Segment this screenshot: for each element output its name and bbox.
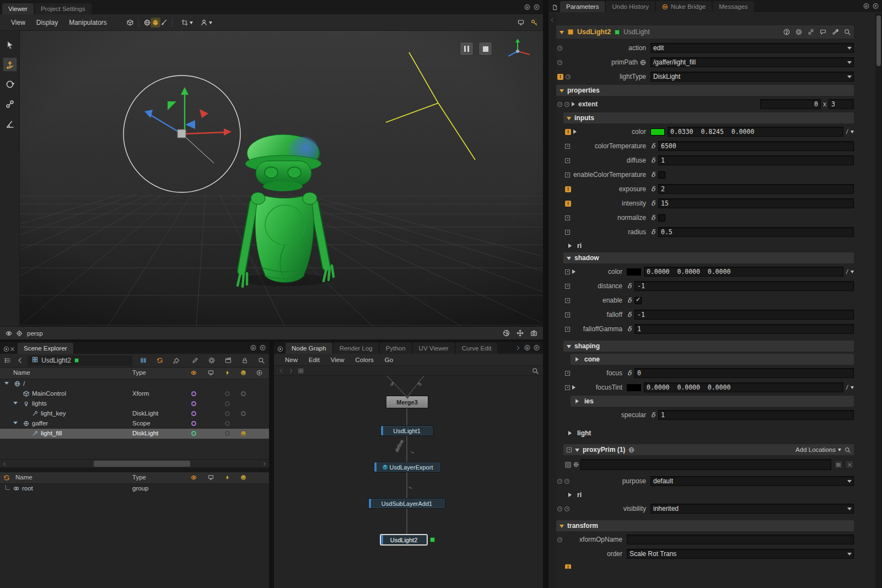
columns-icon[interactable]	[140, 357, 147, 364]
fold-light[interactable]: light	[563, 428, 854, 439]
dropdown-caret-icon[interactable]	[851, 131, 854, 135]
search-icon[interactable]	[532, 368, 539, 374]
scene-row-gaffer[interactable]: gafferScope	[0, 419, 269, 429]
dropdown-caret-icon[interactable]	[851, 271, 854, 275]
tab-messages[interactable]: Messages	[713, 1, 754, 12]
color-values-field[interactable]: 0.0330 0.8245 0.0000	[668, 127, 843, 137]
stop-button[interactable]	[478, 42, 492, 56]
crop-dropdown[interactable]	[181, 19, 193, 26]
viewer-menu-icon[interactable]	[524, 4, 530, 10]
menu-view[interactable]: View	[6, 19, 31, 26]
tree-expander-icon[interactable]	[13, 402, 18, 407]
menu-edit[interactable]: Edit	[303, 357, 325, 363]
parameters-close-icon[interactable]	[873, 3, 879, 9]
scroll-right-icon[interactable]	[261, 461, 268, 467]
key-icon[interactable]	[531, 19, 537, 26]
color-slider-icon[interactable]: /	[846, 268, 848, 276]
expression-toggle-icon[interactable]: δ	[650, 185, 655, 193]
node-graph-menu-icon[interactable]	[524, 345, 530, 351]
node-header[interactable]: UsdLight2 UsdLight	[556, 25, 854, 39]
section-proxyprim-1[interactable]: proxyPrim (1)Add Locations	[563, 444, 854, 455]
param-select[interactable]: default	[650, 476, 854, 486]
expression-toggle-icon[interactable]: δ	[650, 171, 655, 179]
help-icon[interactable]	[783, 29, 790, 35]
param-field[interactable]: -1	[634, 281, 854, 291]
gear-icon[interactable]	[795, 29, 802, 35]
param-field[interactable]: 15	[658, 198, 854, 208]
scene-explorer-close-icon[interactable]	[260, 345, 266, 351]
expression-toggle-icon[interactable]: δ	[650, 199, 655, 207]
panel-splitter[interactable]	[0, 468, 269, 472]
fold-ri[interactable]: ri	[563, 489, 854, 500]
column-type[interactable]: Type	[132, 369, 146, 376]
proxy-prim-input[interactable]	[580, 459, 831, 470]
viewer-close-icon[interactable]	[534, 4, 540, 10]
lock-icon[interactable]	[241, 357, 248, 364]
param-field[interactable]: 2	[658, 184, 854, 194]
expanded-arrow-icon[interactable]	[560, 89, 564, 95]
param-field[interactable]: 0.5	[658, 227, 854, 237]
param-field[interactable]: 1	[658, 410, 854, 420]
clapper-icon[interactable]	[225, 357, 232, 364]
monitor-icon[interactable]	[208, 474, 214, 481]
param-field[interactable]: -1	[634, 310, 854, 320]
aperture-icon[interactable]	[503, 330, 510, 337]
menu-display[interactable]: Display	[31, 19, 63, 26]
camera-icon[interactable]	[530, 330, 537, 337]
menu-go[interactable]: Go	[379, 357, 399, 363]
tab-viewer[interactable]: Viewer	[2, 3, 34, 14]
tab-uv-viewer[interactable]: UV Viewer	[413, 343, 455, 354]
circle-dot-icon[interactable]	[277, 346, 283, 352]
right-icon[interactable]	[288, 368, 294, 374]
scene-row-item[interactable]: /	[0, 379, 269, 389]
menu-colors[interactable]: Colors	[350, 357, 379, 363]
cursor-tool-button[interactable]	[3, 37, 17, 52]
dropdown-caret-icon[interactable]	[851, 386, 854, 391]
sync-icon[interactable]	[157, 357, 163, 364]
param-checkbox[interactable]	[658, 171, 665, 179]
tab-curve-edit[interactable]: Curve Edit	[456, 343, 498, 354]
section-shaping[interactable]: shaping	[563, 341, 854, 352]
face-icon[interactable]	[240, 474, 246, 481]
close-icon[interactable]	[9, 346, 15, 352]
collapsed-arrow-icon[interactable]	[576, 399, 581, 403]
visibility-ring-icon[interactable]	[191, 411, 196, 416]
expression-toggle-icon[interactable]: δ	[627, 282, 632, 290]
angle-tool-button[interactable]	[3, 117, 17, 131]
tab-nuke-bridge[interactable]: Nuke Bridge	[656, 1, 712, 12]
brush-icon[interactable]	[160, 19, 167, 26]
translate-tool-button[interactable]	[3, 57, 17, 72]
menu-manipulators[interactable]: Manipulators	[63, 19, 112, 26]
cube-icon[interactable]	[127, 19, 133, 26]
fold-ri[interactable]: ri	[563, 240, 854, 251]
gear-icon[interactable]	[208, 357, 215, 364]
section-ies[interactable]: ies	[571, 396, 854, 407]
pause-button[interactable]	[460, 42, 474, 56]
add-locations-button[interactable]: Add Locations	[795, 446, 841, 453]
node-usdlight1[interactable]: UsdLight1	[380, 425, 433, 436]
expression-toggle-icon[interactable]: δ	[650, 411, 655, 419]
expression-toggle-icon[interactable]: δ	[650, 142, 655, 150]
clear-button[interactable]	[845, 460, 854, 469]
scene-row-lights[interactable]: lights	[0, 399, 269, 409]
color-swatch[interactable]	[627, 384, 641, 391]
color-slider-icon[interactable]: /	[846, 384, 848, 391]
expression-toggle-icon[interactable]: δ	[650, 214, 655, 222]
monitor-icon[interactable]	[208, 370, 214, 376]
scene-row-root[interactable]: rootgroup	[0, 484, 269, 494]
color-values-field[interactable]: 0.0000 0.0000 0.0000	[644, 382, 843, 392]
orientation-gizmo-icon[interactable]	[503, 37, 534, 64]
joint-tool-button[interactable]	[3, 97, 17, 111]
scene-row-maincontrol[interactable]: MainControlXform	[0, 389, 269, 399]
eye-icon[interactable]	[6, 330, 12, 337]
visibility-ring-icon[interactable]	[191, 401, 196, 406]
pencil-icon[interactable]	[192, 357, 198, 364]
scrollbar-thumb[interactable]	[94, 461, 190, 467]
section-cone[interactable]: cone	[571, 354, 854, 365]
move-icon[interactable]	[517, 330, 524, 337]
scroll-left-icon[interactable]	[1, 461, 8, 467]
tree-expander-icon[interactable]	[4, 382, 9, 387]
list-icon[interactable]	[4, 357, 11, 364]
node-usdsublayeradd1[interactable]: UsdSubLayerAdd1	[368, 498, 445, 509]
lightning-icon[interactable]	[224, 474, 230, 481]
